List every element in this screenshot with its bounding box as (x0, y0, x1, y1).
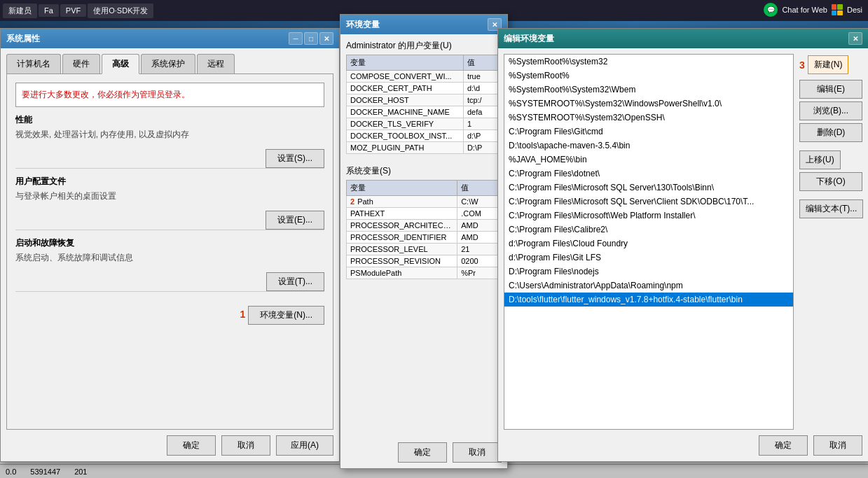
sys-var-row[interactable]: PSModulePath%Pr (347, 267, 502, 279)
path-list-item[interactable]: %SystemRoot%\System32\Wbem (504, 83, 793, 97)
user-col-val: 值 (463, 55, 501, 71)
startup-title: 启动和故障恢复 (15, 237, 324, 249)
path-list-item[interactable]: d:\Program Files\Git LFS (504, 251, 793, 265)
sys-var-row[interactable]: PROCESSOR_LEVEL21 (347, 244, 502, 255)
user-var-name: DOCKER_TLS_VERIFY (347, 118, 464, 130)
performance-desc: 视觉效果, 处理器计划, 内存使用, 以及虚拟内存 (15, 129, 324, 141)
user-var-name: DOCKER_CERT_PATH (347, 83, 464, 94)
admin-info-box: 要进行大多数更改，你必须作为管理员登录。 (15, 83, 324, 107)
env-vars-button[interactable]: 环境变量(N)... (248, 306, 324, 325)
ok-button[interactable]: 确定 (167, 435, 216, 456)
edit-env-title: 编辑环境变量 (504, 33, 848, 45)
user-var-name: DOCKER_TOOLBOX_INST... (347, 130, 464, 142)
move-up-button[interactable]: 上移(U) (799, 150, 841, 169)
tab-computer-name[interactable]: 计算机名 (6, 54, 61, 74)
path-list[interactable]: %SystemRoot%\system32%SystemRoot%%System… (504, 54, 794, 430)
path-list-item[interactable]: D:\tools\flutter\flutter_windows_v1.7.8+… (504, 293, 793, 307)
sys-var-name: PROCESSOR_REVISION (347, 255, 457, 267)
user-vars-section: Administrator 的用户变量(U) 变量 值 COMPOSE_CONV… (346, 40, 502, 154)
sys-var-value: AMD (457, 220, 502, 232)
status-coord2: 5391447 (30, 468, 60, 476)
user-var-name: DOCKER_MACHINE_NAME (347, 106, 464, 118)
startup-desc: 系统启动、系统故障和调试信息 (15, 252, 324, 264)
tab-hardware[interactable]: 硬件 (62, 54, 100, 74)
user-var-name: COMPOSE_CONVERT_WI... (347, 71, 464, 83)
taskbar-new-item[interactable]: 新建员 (3, 3, 37, 18)
sys-props-title: 系统属性 (6, 33, 289, 45)
path-list-item[interactable]: C:\Program Files\Calibre2\ (504, 223, 793, 237)
path-list-item[interactable]: d:\Program Files\Cloud Foundry (504, 237, 793, 251)
minimize-button[interactable]: ─ (289, 32, 303, 45)
edit-env-ok-button[interactable]: 确定 (759, 435, 808, 456)
path-list-item[interactable]: C:\Program Files\Git\cmd (504, 125, 793, 139)
taskbar-sdk-item[interactable]: 使用O·SDK开发 (88, 3, 153, 18)
sys-var-name: PROCESSOR_LEVEL (347, 244, 457, 255)
performance-title: 性能 (15, 114, 324, 126)
browse-path-button[interactable]: 浏览(B)... (799, 101, 862, 120)
user-var-name: DOCKER_HOST (347, 94, 464, 106)
user-var-name: MOZ_PLUGIN_PATH (347, 142, 464, 154)
sys-var-row[interactable]: PROCESSOR_REVISION0200 (347, 255, 502, 267)
sys-var-row[interactable]: 2PathC:\W (347, 196, 502, 208)
user-var-row[interactable]: MOZ_PLUGIN_PATHD:\P (347, 142, 502, 154)
user-var-row[interactable]: COMPOSE_CONVERT_WI...true (347, 71, 502, 83)
user-var-row[interactable]: DOCKER_CERT_PATHd:\d (347, 83, 502, 94)
path-list-item[interactable]: D:\Program Files\nodejs (504, 265, 793, 279)
performance-settings-button[interactable]: 设置(S)... (266, 149, 324, 168)
sys-var-row[interactable]: PROCESSOR_ARCHITECT...AMD (347, 220, 502, 232)
edit-text-button[interactable]: 编辑文本(T)... (799, 199, 863, 218)
path-list-item[interactable]: %SystemRoot%\system32 (504, 55, 793, 69)
env-cancel-button[interactable]: 取消 (453, 442, 502, 463)
user-var-row[interactable]: DOCKER_TOOLBOX_INST...d:\P (347, 130, 502, 142)
path-list-item[interactable]: %SYSTEMROOT%\System32\OpenSSH\ (504, 111, 793, 125)
chat-for-web-label[interactable]: Chat for Web (782, 6, 827, 14)
sys-var-name: PROCESSOR_ARCHITECT... (347, 220, 457, 232)
path-list-item[interactable]: D:\tools\apache-maven-3.5.4\bin (504, 139, 793, 153)
env-vars-title: 环境变量 (346, 19, 488, 31)
sys-var-row[interactable]: PATHEXT.COM (347, 208, 502, 220)
system-properties-window: 系统属性 ─ □ ✕ 计算机名 硬件 高级 系统保护 远程 要进行大多数更改，你… (0, 28, 340, 462)
path-list-item[interactable]: C:\Program Files\Microsoft\Web Platform … (504, 209, 793, 223)
sys-var-value: %Pr (457, 267, 502, 279)
move-down-button[interactable]: 下移(O) (799, 172, 862, 191)
chat-icon: 💬 (764, 3, 778, 17)
path-list-item[interactable]: C:\Program Files\Microsoft SQL Server\Cl… (504, 195, 793, 209)
sys-var-value: 0200 (457, 255, 502, 267)
taskbar-fa-item[interactable]: Fa (39, 4, 59, 17)
close-button[interactable]: ✕ (319, 32, 333, 45)
path-list-item[interactable]: C:\Program Files\dotnet\ (504, 167, 793, 181)
new-badge-number: 3 (799, 59, 805, 71)
apply-button[interactable]: 应用(A) (276, 435, 333, 456)
user-profile-settings-button[interactable]: 设置(E)... (266, 211, 324, 230)
taskbar-pvf-item[interactable]: PVF (60, 4, 86, 17)
tab-remote[interactable]: 远程 (197, 54, 235, 74)
new-path-button[interactable]: 新建(N) (808, 55, 849, 74)
tab-system-protection[interactable]: 系统保护 (141, 54, 195, 74)
maximize-button[interactable]: □ (304, 32, 318, 45)
user-var-row[interactable]: DOCKER_TLS_VERIFY1 (347, 118, 502, 130)
sys-var-row[interactable]: PROCESSOR_IDENTIFIERAMD (347, 232, 502, 244)
delete-path-button[interactable]: 删除(D) (799, 123, 862, 142)
edit-env-window: 编辑环境变量 ✕ %SystemRoot%\system32%SystemRoo… (497, 28, 868, 462)
path-list-item[interactable]: C:\Program Files\Microsoft SQL Server\13… (504, 181, 793, 195)
user-profile-desc: 与登录帐户相关的桌面设置 (15, 190, 324, 202)
user-profile-title: 用户配置文件 (15, 176, 324, 188)
path-list-item[interactable]: %SystemRoot% (504, 69, 793, 83)
path-list-item[interactable]: C:\Users\Administrator\AppData\Roaming\n… (504, 279, 793, 293)
user-var-row[interactable]: DOCKER_HOSTtcp:/ (347, 94, 502, 106)
user-var-row[interactable]: DOCKER_MACHINE_NAMEdefa (347, 106, 502, 118)
env-ok-button[interactable]: 确定 (398, 442, 447, 463)
startup-settings-button[interactable]: 设置(T)... (266, 272, 324, 291)
cancel-button[interactable]: 取消 (221, 435, 270, 456)
path-list-item[interactable]: %JAVA_HOME%\bin (504, 153, 793, 167)
sys-props-buttons: 确定 取消 应用(A) (6, 430, 333, 456)
edit-env-cancel-button[interactable]: 取消 (813, 435, 862, 456)
user-var-value: true (463, 71, 501, 83)
user-var-value: d:\d (463, 83, 501, 94)
sys-col-var: 变量 (347, 181, 457, 196)
path-list-item[interactable]: %SYSTEMROOT%\System32\WindowsPowerShell\… (504, 97, 793, 111)
edit-path-button[interactable]: 编辑(E) (799, 80, 862, 99)
edit-env-close-button[interactable]: ✕ (848, 32, 862, 45)
tab-advanced[interactable]: 高级 (102, 54, 139, 74)
divider-1 (15, 168, 324, 169)
